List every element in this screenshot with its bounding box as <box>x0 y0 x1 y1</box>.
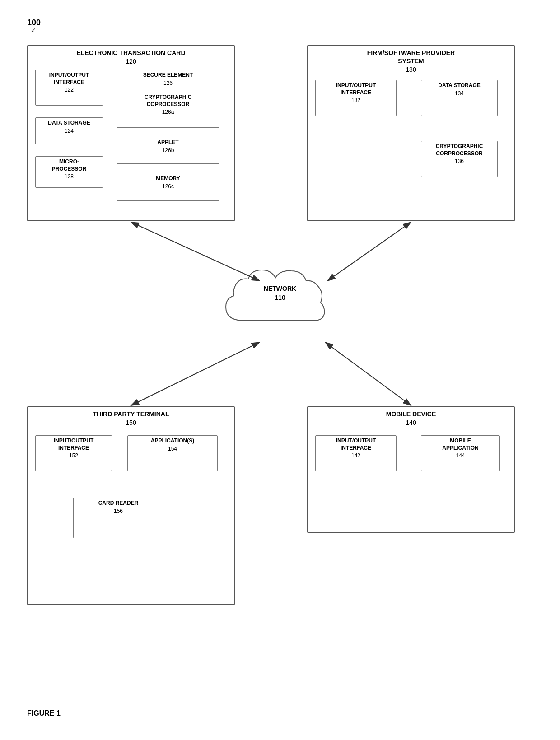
crypto-coprocessor-box: CRYPTOGRAPHICCOPROCESSOR 126a <box>117 92 219 128</box>
arrow-indicator: ↙ <box>31 26 36 33</box>
etc-microprocessor-box: MICRO-PROCESSOR 128 <box>35 156 103 188</box>
svg-line-5 <box>325 342 411 405</box>
etc-ds-num: 124 <box>36 128 103 136</box>
cc-label: CRYPTOGRAPHICCOPROCESSOR <box>117 92 219 109</box>
tpt-title: THIRD PARTY TERMINAL <box>28 407 234 419</box>
se-num: 126 <box>112 80 224 88</box>
tpt-io-label: INPUT/OUTPUTINTERFACE <box>36 436 112 452</box>
memory-num: 126c <box>117 183 219 191</box>
tpt-applications-box: APPLICATION(S) 154 <box>127 435 218 471</box>
secure-element-box: SECURE ELEMENT 126 CRYPTOGRAPHICCOPROCES… <box>112 70 224 214</box>
cc-num: 126a <box>117 109 219 117</box>
network-cloud: NETWORK 110 <box>208 257 352 348</box>
fs-cc-label: CRYPTOGRAPHICCORPROCESSOR <box>421 141 497 158</box>
tpt-app-num: 154 <box>128 446 217 454</box>
etc-number: 120 <box>28 58 234 68</box>
fs-ds-label: DATA STORAGE <box>421 80 497 90</box>
etc-io-label: INPUT/OUTPUTINTERFACE <box>36 70 103 87</box>
fs-io-num: 132 <box>316 97 396 105</box>
md-title: MOBILE DEVICE <box>308 407 514 419</box>
fs-io-interface-box: INPUT/OUTPUTINTERFACE 132 <box>315 80 397 116</box>
se-title: SECURE ELEMENT <box>112 70 224 80</box>
fs-cc-num: 136 <box>421 158 497 166</box>
memory-box: MEMORY 126c <box>117 173 219 201</box>
etc-data-storage-box: DATA STORAGE 124 <box>35 117 103 144</box>
etc-mp-label: MICRO-PROCESSOR <box>36 157 103 173</box>
tpt-number: 150 <box>28 419 234 429</box>
third-party-terminal-box: THIRD PARTY TERMINAL 150 INPUT/OUTPUTINT… <box>27 406 235 605</box>
tpt-app-label: APPLICATION(S) <box>128 436 217 446</box>
md-io-interface-box: INPUT/OUTPUTINTERFACE 142 <box>315 435 397 471</box>
md-io-num: 142 <box>316 452 396 461</box>
md-io-label: INPUT/OUTPUTINTERFACE <box>316 436 396 452</box>
network-number: 110 <box>208 293 352 303</box>
cr-label: CARD READER <box>74 498 163 508</box>
applet-label: APPLET <box>117 137 219 147</box>
etc-io-num: 122 <box>36 87 103 95</box>
tpt-io-num: 152 <box>36 452 112 461</box>
applet-box: APPLET 126b <box>117 137 219 164</box>
md-app-label: MOBILEAPPLICATION <box>421 436 499 452</box>
network-label: NETWORK <box>208 284 352 293</box>
memory-label: MEMORY <box>117 173 219 183</box>
mobile-device-box: MOBILE DEVICE 140 INPUT/OUTPUTINTERFACE … <box>307 406 515 533</box>
cr-num: 156 <box>74 508 163 516</box>
firm-software-box: FIRM/SOFTWARE PROVIDERSYSTEM 130 INPUT/O… <box>307 45 515 221</box>
figure-label: FIGURE 1 <box>27 709 61 717</box>
md-mobile-app-box: MOBILEAPPLICATION 144 <box>421 435 500 471</box>
fs-data-storage-box: DATA STORAGE 134 <box>421 80 498 116</box>
fs-title: FIRM/SOFTWARE PROVIDERSYSTEM <box>308 46 514 66</box>
md-app-num: 144 <box>421 452 499 461</box>
applet-num: 126b <box>117 147 219 155</box>
tpt-io-interface-box: INPUT/OUTPUTINTERFACE 152 <box>35 435 112 471</box>
fs-ds-num: 134 <box>421 90 497 98</box>
etc-io-interface-box: INPUT/OUTPUTINTERFACE 122 <box>35 70 103 106</box>
etc-mp-num: 128 <box>36 173 103 182</box>
fs-io-label: INPUT/OUTPUTINTERFACE <box>316 80 396 97</box>
svg-line-4 <box>131 342 260 405</box>
md-number: 140 <box>308 419 514 429</box>
fs-number: 130 <box>308 66 514 76</box>
card-reader-box: CARD READER 156 <box>73 498 163 538</box>
fs-crypto-coprocessor-box: CRYPTOGRAPHICCORPROCESSOR 136 <box>421 141 498 177</box>
etc-title: ELECTRONIC TRANSACTION CARD <box>28 46 234 58</box>
electronic-transaction-card-box: ELECTRONIC TRANSACTION CARD 120 INPUT/OU… <box>27 45 235 221</box>
etc-ds-label: DATA STORAGE <box>36 118 103 128</box>
